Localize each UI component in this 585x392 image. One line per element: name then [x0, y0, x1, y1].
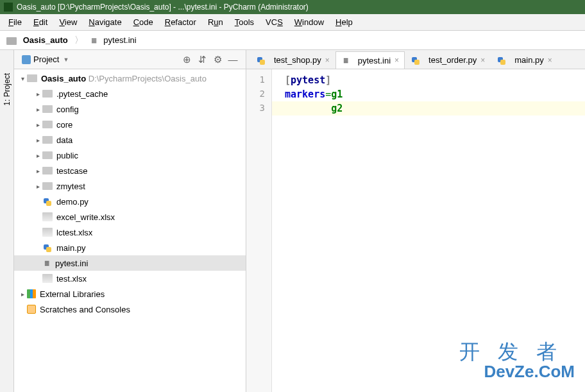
chevron-down-icon: ▾: [18, 75, 27, 82]
breadcrumb: Oasis_auto 〉 ≣ pytest.ini: [0, 31, 585, 50]
editor-tab[interactable]: test_order.py×: [405, 51, 491, 69]
tree-external-libraries[interactable]: ▸ External Libraries: [14, 286, 246, 302]
app-logo-icon: [4, 3, 13, 12]
libraries-icon: [27, 289, 36, 298]
menu-run[interactable]: Run: [202, 15, 229, 29]
tree-file[interactable]: demo.py: [14, 194, 246, 209]
folder-icon: [42, 136, 53, 144]
menu-help[interactable]: Help: [330, 15, 359, 29]
project-view-selector[interactable]: Project ▼: [19, 53, 71, 65]
file-icon: [42, 274, 53, 283]
tree-scratches[interactable]: Scratches and Consoles: [14, 302, 246, 317]
breadcrumb-file[interactable]: ≣ pytest.ini: [90, 35, 137, 46]
tree-root[interactable]: ▾ Oasis_auto D:\PycharmProjects\Oasis_au…: [14, 71, 246, 86]
line-number-gutter: 123: [246, 69, 272, 392]
project-view-icon: [22, 55, 31, 64]
folder-icon: [42, 151, 53, 159]
code-area[interactable]: [pytest] markers=g1 g2: [272, 69, 585, 392]
editor-tabs: test_shop.py×≣pytest.ini×test_order.py×m…: [246, 50, 585, 69]
tree-folder[interactable]: ▸testcase: [14, 163, 246, 178]
tree-folder[interactable]: ▸data: [14, 132, 246, 148]
python-file-icon: [496, 56, 507, 65]
tree-folder[interactable]: ▸zmytest: [14, 178, 246, 194]
left-tool-stripe: 1: Project: [0, 50, 14, 392]
menu-bar: File Edit View Navigate Code Refactor Ru…: [0, 14, 585, 31]
menu-view[interactable]: View: [53, 15, 83, 29]
project-tool-tab[interactable]: 1: Project: [1, 69, 13, 110]
close-tab-icon[interactable]: ×: [480, 56, 485, 65]
close-tab-icon[interactable]: ×: [325, 56, 330, 65]
locate-icon[interactable]: ⊕: [179, 52, 194, 67]
breadcrumb-root[interactable]: Oasis_auto: [6, 35, 68, 45]
tree-file[interactable]: ≣pytest.ini: [14, 255, 246, 271]
editor-tab[interactable]: test_shop.py×: [250, 51, 335, 69]
line-number: 3: [246, 101, 271, 115]
project-tree-header: Project ▼ ⊕ ⇵ ⚙ —: [14, 50, 246, 69]
editor-body: 123 [pytest] markers=g1 g2: [246, 69, 585, 392]
menu-vcs[interactable]: VCS: [260, 15, 289, 29]
file-icon: [42, 243, 53, 252]
file-icon: [42, 228, 53, 237]
chevron-right-icon: ▸: [33, 183, 42, 190]
folder-icon: [42, 167, 53, 175]
folder-icon: [27, 74, 37, 82]
chevron-down-icon: ▼: [63, 56, 69, 63]
chevron-right-icon: ▸: [33, 90, 42, 98]
tree-folder[interactable]: ▸config: [14, 101, 246, 117]
file-icon: [42, 197, 53, 206]
tree-folder[interactable]: ▸.pytest_cache: [14, 86, 246, 101]
scratches-icon: [27, 305, 36, 314]
line-number: 1: [246, 73, 271, 87]
editor-panel: test_shop.py×≣pytest.ini×test_order.py×m…: [246, 50, 585, 392]
folder-icon: [42, 182, 53, 190]
settings-gear-icon[interactable]: ⚙: [210, 52, 225, 67]
folder-icon: [6, 37, 17, 45]
collapse-all-icon[interactable]: ⇵: [194, 52, 210, 67]
ini-file-icon: ≣: [341, 56, 350, 65]
menu-navigate[interactable]: Navigate: [83, 15, 127, 29]
project-tree[interactable]: ▾ Oasis_auto D:\PycharmProjects\Oasis_au…: [14, 69, 246, 392]
python-file-icon: [256, 56, 266, 65]
tree-file[interactable]: main.py: [14, 240, 246, 255]
close-tab-icon[interactable]: ×: [394, 56, 399, 65]
folder-icon: [42, 90, 53, 98]
menu-code[interactable]: Code: [128, 15, 159, 29]
chevron-right-icon: ▸: [33, 137, 42, 144]
tree-folder[interactable]: ▸public: [14, 148, 246, 163]
menu-refactor[interactable]: Refactor: [159, 15, 202, 29]
menu-file[interactable]: File: [3, 15, 28, 29]
folder-icon: [42, 105, 53, 113]
editor-tab[interactable]: ≣pytest.ini×: [335, 51, 405, 69]
project-tree-panel: Project ▼ ⊕ ⇵ ⚙ — ▾ Oasis_auto D:\Pychar…: [14, 50, 246, 392]
file-icon: [42, 212, 53, 221]
tree-file[interactable]: excel_write.xlsx: [14, 209, 246, 225]
close-tab-icon[interactable]: ×: [548, 56, 552, 65]
menu-tools[interactable]: Tools: [229, 15, 260, 29]
editor-tab[interactable]: main.py×: [491, 51, 558, 69]
chevron-right-icon: ▸: [33, 167, 42, 175]
file-icon: ≣: [42, 259, 51, 268]
python-file-icon: [411, 56, 421, 65]
window-title-bar: Oasis_auto [D:\PycharmProjects\Oasis_aut…: [0, 0, 585, 14]
menu-edit[interactable]: Edit: [28, 15, 53, 29]
window-title: Oasis_auto [D:\PycharmProjects\Oasis_aut…: [17, 3, 309, 12]
chevron-right-icon: ▸: [18, 291, 27, 298]
breadcrumb-separator-icon: 〉: [74, 35, 83, 46]
main-content: 1: Project Project ▼ ⊕ ⇵ ⚙ — ▾ Oasis_aut…: [0, 50, 585, 392]
tree-file[interactable]: test.xlsx: [14, 271, 246, 286]
folder-icon: [42, 121, 53, 128]
tree-folder[interactable]: ▸core: [14, 117, 246, 132]
chevron-right-icon: ▸: [33, 152, 42, 159]
tree-file[interactable]: lctest.xlsx: [14, 225, 246, 240]
chevron-right-icon: ▸: [33, 121, 42, 128]
hide-panel-icon[interactable]: —: [225, 52, 241, 67]
ini-file-icon: ≣: [90, 36, 99, 45]
menu-window[interactable]: Window: [289, 15, 330, 29]
chevron-right-icon: ▸: [33, 106, 42, 113]
line-number: 2: [246, 87, 271, 101]
